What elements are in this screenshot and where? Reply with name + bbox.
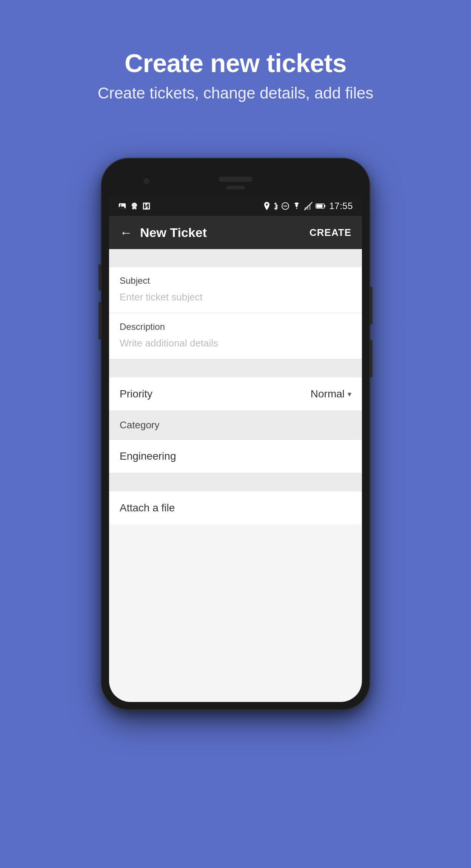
subject-label: Subject: [120, 275, 351, 286]
priority-row[interactable]: Priority Normal ▾: [109, 377, 362, 411]
description-field[interactable]: Description Write additional details: [109, 313, 362, 359]
page-subtitle: Create tickets, change details, add file…: [0, 84, 471, 102]
engineering-row[interactable]: Engineering: [109, 440, 362, 473]
pinwheel-icon: [130, 202, 139, 210]
secondary-speaker: [226, 186, 245, 189]
svg-point-1: [120, 204, 122, 206]
engineering-value: Engineering: [120, 450, 176, 462]
bluetooth-icon: [273, 202, 279, 210]
volume-down-button[interactable]: [99, 302, 102, 340]
phone-mockup: 17:55 ← New Ticket CREATE Subject: [102, 159, 369, 709]
screen-content: Subject Enter ticket subject Description…: [109, 249, 362, 702]
image-icon: [118, 202, 126, 210]
battery-icon: [316, 203, 326, 209]
priority-value: Normal: [311, 388, 345, 400]
n-app-icon: [142, 202, 151, 210]
phone-screen: 17:55 ← New Ticket CREATE Subject: [109, 166, 362, 702]
header-section: Create new tickets Create tickets, chang…: [0, 49, 471, 102]
create-button[interactable]: CREATE: [309, 227, 351, 239]
subject-input[interactable]: Enter ticket subject: [120, 290, 351, 305]
page-title: Create new tickets: [0, 49, 471, 77]
back-button[interactable]: ←: [120, 226, 132, 239]
description-label: Description: [120, 322, 351, 332]
priority-value-container[interactable]: Normal ▾: [311, 388, 351, 400]
app-bar-left: ← New Ticket: [120, 225, 207, 240]
phone-shell: 17:55 ← New Ticket CREATE Subject: [102, 159, 369, 709]
clock: 17:55: [329, 201, 353, 211]
wifi-icon: [292, 202, 301, 210]
screen-title: New Ticket: [140, 225, 207, 240]
priority-dropdown-arrow: ▾: [348, 389, 351, 399]
location-icon: [263, 202, 270, 210]
svg-rect-10: [324, 205, 325, 207]
attach-file-row[interactable]: Attach a file: [109, 491, 362, 525]
status-icons-right: 17:55: [263, 201, 353, 211]
volume-up-button[interactable]: [99, 264, 102, 291]
status-bar: 17:55: [109, 196, 362, 216]
app-bar: ← New Ticket CREATE: [109, 216, 362, 249]
earpiece-speaker: [219, 177, 252, 182]
subject-section: Subject Enter ticket subject Description…: [109, 267, 362, 359]
svg-rect-11: [317, 205, 323, 208]
phone-top-bar: [109, 166, 362, 196]
description-input[interactable]: Write additional details: [120, 336, 351, 351]
category-label: Category: [120, 419, 160, 431]
priority-label: Priority: [120, 388, 152, 400]
front-camera: [143, 178, 150, 185]
category-row[interactable]: Category: [109, 411, 362, 440]
subject-field[interactable]: Subject Enter ticket subject: [109, 267, 362, 313]
dnd-icon: [282, 202, 289, 210]
status-icons-left: [118, 202, 151, 210]
middle-divider: [109, 359, 362, 377]
bottom-divider: [109, 473, 362, 491]
attach-file-label: Attach a file: [120, 502, 175, 514]
signal-off-icon: [304, 202, 312, 210]
top-divider: [109, 249, 362, 267]
